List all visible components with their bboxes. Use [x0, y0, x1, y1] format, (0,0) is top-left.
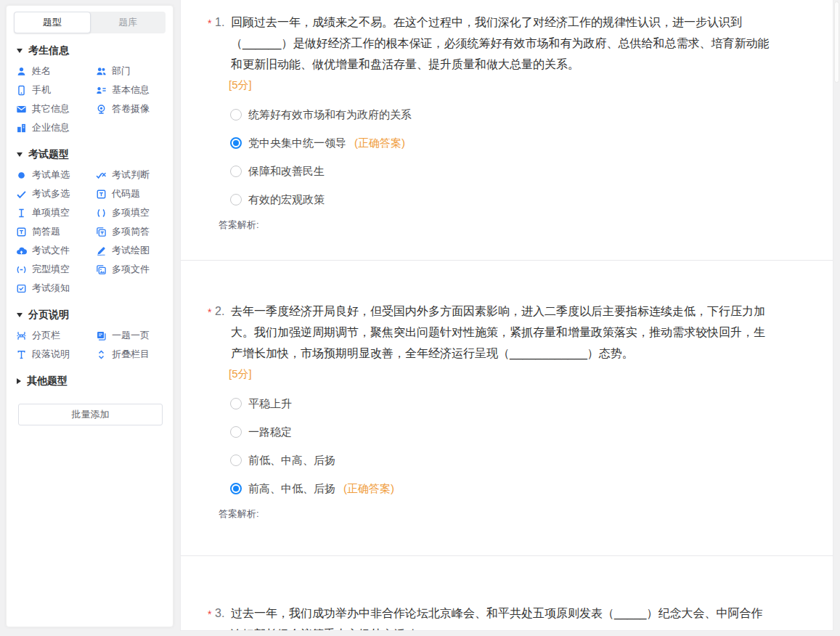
pagination-items: 分页栏 一题一页 段落说明 折叠栏目 [7, 326, 173, 364]
question-number: 3. [215, 603, 231, 630]
sidebar-item-department[interactable]: 部门 [95, 62, 173, 81]
sidebar-item-exam-drawing[interactable]: 考试绘图 [95, 241, 173, 260]
option-row[interactable]: 统筹好有效市场和有为政府的关系 [230, 106, 833, 123]
pages-icon [95, 330, 107, 341]
question-number: 1. [215, 12, 231, 75]
chevron-down-icon [17, 313, 23, 317]
radio-unselected-icon[interactable] [230, 194, 242, 205]
question-score: [5分] [229, 366, 833, 382]
t-letter-icon [15, 348, 27, 360]
option-label: 统筹好有效市场和有为政府的关系 [248, 108, 412, 122]
radio-unselected-icon[interactable] [230, 166, 242, 177]
item-label: 姓名 [32, 65, 51, 78]
item-label: 多项简答 [112, 225, 150, 238]
sidebar-item-basic-info[interactable]: 基本信息 [95, 81, 173, 99]
option-label: 保障和改善民生 [248, 165, 325, 179]
option-row[interactable]: 党中央集中统一领导 (正确答案) [230, 134, 833, 152]
batch-add-button[interactable]: 批量添加 [18, 404, 163, 425]
cloud-upload-icon [15, 245, 27, 256]
item-label: 多项文件 [112, 263, 150, 276]
item-label: 企业信息 [32, 121, 70, 134]
item-label: 考试判断 [112, 168, 150, 182]
question-block-3[interactable]: * 3. 过去一年，我们成功举办中非合作论坛北京峰会、和平共处五项原则发表（__… [181, 556, 833, 630]
sidebar-item-other-info[interactable]: 其它信息 [15, 99, 95, 118]
section-title: 考试题型 [28, 148, 69, 161]
option-row[interactable]: 前低、中高、后扬 [230, 452, 833, 469]
question-text: 过去一年，我们成功举办中非合作论坛北京峰会、和平共处五项原则发表（_____）纪… [231, 603, 772, 630]
chevron-right-icon [17, 378, 21, 384]
required-asterisk: * [208, 13, 215, 75]
item-label: 段落说明 [32, 348, 70, 361]
item-label: 单项填空 [32, 206, 70, 219]
sidebar-item-paragraph-note[interactable]: 段落说明 [15, 345, 95, 364]
question-block-1[interactable]: * 1. 回顾过去一年，成绩来之不易。在这个过程中，我们深化了对经济工作的规律性… [181, 0, 833, 261]
radio-unselected-icon[interactable] [230, 454, 242, 466]
sidebar-item-single-blank[interactable]: 单项填空 [15, 203, 95, 222]
section-title: 分页说明 [28, 309, 69, 322]
radio-unselected-icon[interactable] [230, 398, 242, 409]
sidebar-item-phone[interactable]: 手机 [15, 81, 95, 99]
option-label: 有效的宏观政策 [248, 193, 325, 207]
users-icon [95, 65, 107, 77]
sidebar-item-exam-file[interactable]: 考试文件 [15, 241, 95, 260]
option-label: 一路稳定 [248, 425, 292, 439]
sidebar-item-exam-notice[interactable]: 考试须知 [15, 279, 95, 298]
sidebar-item-multi-short-answer[interactable]: 多项简答 [95, 222, 173, 241]
correct-answer-tag: (正确答案) [343, 482, 394, 496]
page-break-icon [15, 330, 27, 341]
radio-unselected-icon[interactable] [230, 109, 242, 121]
sidebar-item-multi-choice[interactable]: 考试多选 [15, 184, 95, 203]
answer-analysis-label: 答案解析: [219, 219, 833, 232]
multi-file-icon [95, 264, 107, 275]
chevron-down-icon [17, 49, 23, 53]
id-card-icon [95, 84, 107, 96]
option-row[interactable]: 前高、中低、后扬 (正确答案) [230, 480, 833, 497]
item-label: 考试须知 [32, 282, 70, 295]
item-label: 考试单选 [32, 168, 70, 182]
option-label: 平稳上升 [248, 397, 292, 411]
option-row[interactable]: 一路稳定 [230, 423, 833, 441]
item-label: 多项填空 [112, 206, 150, 219]
question-text: 回顾过去一年，成绩来之不易。在这个过程中，我们深化了对经济工作的规律性认识，进一… [231, 12, 772, 75]
option-list: 统筹好有效市场和有为政府的关系 党中央集中统一领导 (正确答案) 保障和改善民生… [230, 106, 833, 208]
scrollbar-track[interactable] [833, 0, 840, 636]
radio-selected-icon[interactable] [230, 137, 242, 149]
sidebar-item-page-break[interactable]: 分页栏 [15, 326, 95, 345]
tab-question-bank[interactable]: 题库 [91, 12, 166, 33]
option-row[interactable]: 平稳上升 [230, 395, 833, 412]
sidebar-item-name[interactable]: 姓名 [15, 62, 95, 81]
sidebar-item-cloze[interactable]: 完型填空 [15, 260, 95, 279]
section-header-candidate-info[interactable]: 考生信息 [17, 44, 173, 57]
sidebar-item-multi-blank[interactable]: 多项填空 [95, 203, 173, 222]
sidebar-item-single-choice[interactable]: 考试单选 [15, 166, 95, 184]
item-label: 考试绘图 [112, 244, 150, 257]
required-asterisk: * [208, 302, 215, 364]
sidebar-item-short-answer[interactable]: 简答题 [15, 222, 95, 241]
t-boxes-icon [95, 226, 107, 237]
option-row[interactable]: 有效的宏观政策 [230, 191, 833, 208]
tab-question-types[interactable]: 题型 [14, 12, 91, 33]
section-header-exam-types[interactable]: 考试题型 [17, 148, 173, 161]
t-box-icon [15, 226, 27, 237]
sidebar-item-collapse-column[interactable]: 折叠栏目 [95, 345, 173, 364]
sidebar-item-true-false[interactable]: 考试判断 [95, 166, 173, 184]
scrollbar-thumb[interactable] [834, 1, 839, 83]
radio-selected-icon[interactable] [230, 483, 242, 494]
sidebar-item-multi-file[interactable]: 多项文件 [95, 260, 173, 279]
sidebar-item-answer-camera[interactable]: 答卷摄像 [95, 99, 173, 118]
section-header-other-types[interactable]: 其他题型 [17, 375, 173, 388]
section-header-pagination[interactable]: 分页说明 [17, 309, 173, 322]
item-label: 考试多选 [32, 187, 70, 200]
check-x-icon [95, 169, 107, 181]
sidebar-item-code-question[interactable]: 代码题 [95, 184, 173, 203]
sidebar-item-one-question-per-page[interactable]: 一题一页 [95, 326, 173, 345]
item-label: 一题一页 [112, 329, 150, 342]
envelope-icon [15, 103, 27, 115]
minus-parens-icon [15, 264, 27, 275]
item-label: 手机 [32, 83, 51, 97]
option-row[interactable]: 保障和改善民生 [230, 163, 833, 180]
radio-unselected-icon[interactable] [230, 426, 242, 438]
sidebar-item-company-info[interactable]: 企业信息 [15, 118, 95, 137]
required-asterisk: * [208, 604, 215, 630]
question-block-2[interactable]: * 2. 去年一季度经济开局良好，但受国内外多方面因素影响，进入二季度以后主要指… [181, 261, 833, 556]
